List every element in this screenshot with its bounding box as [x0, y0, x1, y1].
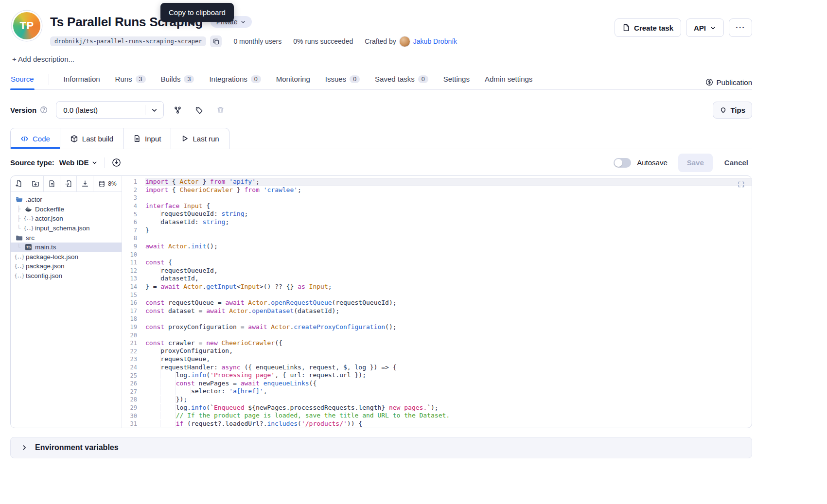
author-link[interactable]: Jakub Drobník	[413, 37, 457, 45]
tree-item-src[interactable]: src	[11, 233, 122, 243]
code-line[interactable]: 23 requestQueue,	[122, 355, 752, 364]
tab-settings[interactable]: Settings	[443, 70, 470, 89]
tree-connector: └	[17, 244, 24, 251]
code-line[interactable]: 5 requestQueueId: string;	[122, 210, 752, 218]
api-button[interactable]: API	[686, 18, 724, 37]
tab-builds[interactable]: Builds3	[160, 70, 195, 89]
source-type-select[interactable]: Web IDE	[59, 158, 98, 167]
code-line[interactable]: 16const requestQueue = await Actor.openR…	[122, 299, 752, 307]
code-line[interactable]: 24 requestHandler: async ({ enqueueLinks…	[122, 364, 752, 372]
import-file-button[interactable]	[60, 176, 77, 191]
environment-variables-panel[interactable]: Environment variables	[10, 437, 752, 458]
tree-item-label: main.ts	[35, 243, 56, 251]
code-line[interactable]: 2import { CheerioCrawler } from 'crawlee…	[122, 186, 752, 194]
code-line[interactable]: 31 if (request?.loadedUrl?.includes('/pr…	[122, 420, 752, 428]
tab-publication[interactable]: Publication	[705, 70, 752, 89]
code-line[interactable]: 11const {	[122, 259, 752, 267]
code-line[interactable]: 30 // If the product page is loaded, sav…	[122, 412, 752, 420]
code-line[interactable]: 19const proxyConfiguration = await Actor…	[122, 323, 752, 331]
code-line[interactable]: 9await Actor.init();	[122, 243, 752, 251]
code-line[interactable]: 15	[122, 291, 752, 299]
tree-item-dockerfile[interactable]: ├Dockerfile	[11, 205, 122, 214]
line-number: 28	[122, 396, 145, 403]
tree-item-label: actor.json	[35, 215, 63, 222]
docker-icon	[24, 206, 33, 213]
version-select[interactable]: 0.0 (latest)	[56, 101, 164, 119]
source-tab-last-run[interactable]: Last run	[171, 128, 229, 149]
tree-item-actor-json[interactable]: ├{..}actor.json	[11, 214, 122, 224]
actor-avatar-initials: TP	[19, 19, 34, 32]
breadcrumb[interactable]: drobnikj/ts-parallel-runs-scraping-scrap…	[50, 36, 206, 46]
code-line[interactable]: 25 log.info('Processing page', { url: re…	[122, 371, 752, 380]
file-tree: 8% .actor├Dockerfile├{..}actor.json└{..}…	[11, 176, 122, 428]
play-icon	[181, 135, 189, 142]
add-description-button[interactable]: + Add description...	[12, 55, 752, 63]
delete-version-button[interactable]	[212, 102, 228, 118]
tree-item-package-lock-json[interactable]: {..}package-lock.json	[11, 252, 122, 262]
tips-button[interactable]: Tips	[713, 102, 752, 119]
copy-button[interactable]	[210, 35, 222, 47]
tab-saved-tasks[interactable]: Saved tasks0	[374, 70, 429, 89]
code-line[interactable]: 20	[122, 331, 752, 339]
code-line[interactable]: 18	[122, 315, 752, 323]
code-line[interactable]: 6 datasetId: string;	[122, 218, 752, 226]
code-line[interactable]: 26 const newPages = await enqueueLinks({	[122, 380, 752, 388]
code-line[interactable]: 8	[122, 234, 752, 243]
code-line[interactable]: 27 selector: 'a[href]',	[122, 387, 752, 396]
editor-controls: Autosave Save Cancel	[614, 154, 752, 172]
code-text	[145, 194, 752, 202]
tab-monitoring[interactable]: Monitoring	[276, 70, 311, 89]
new-folder-button[interactable]	[27, 176, 44, 191]
cancel-button[interactable]: Cancel	[721, 158, 752, 167]
create-task-button[interactable]: Create task	[615, 18, 681, 37]
tab-runs[interactable]: Runs3	[115, 70, 146, 89]
fullscreen-button[interactable]	[738, 181, 745, 188]
code-line[interactable]: 7}	[122, 226, 752, 235]
tree-item-label: .actor	[26, 196, 42, 203]
tree-item-tsconfig-json[interactable]: {..}tsconfig.json	[11, 271, 122, 281]
runs-succeeded-stat: 0% runs succeeded	[293, 37, 353, 45]
download-files-button[interactable]	[77, 176, 93, 191]
code-line[interactable]: 21const crawler = new CheerioCrawler({	[122, 339, 752, 348]
code-line[interactable]: 29 log.info(`Enqueued ${newPages.process…	[122, 404, 752, 412]
more-actions-button[interactable]: ···	[729, 18, 752, 37]
tab-source[interactable]: Source	[10, 70, 35, 89]
tree-item-main-ts[interactable]: └TSmain.ts	[11, 243, 122, 252]
code-line[interactable]: 14} = await Actor.getInput<Input>() ?? {…	[122, 283, 752, 291]
code-line[interactable]: 22 proxyConfiguration,	[122, 347, 752, 355]
tag-version-button[interactable]	[191, 102, 207, 118]
code-line[interactable]: 28 });	[122, 396, 752, 404]
json-file-icon: {..}	[24, 226, 33, 231]
tree-item-input-schema-json[interactable]: └{..}input_schema.json	[11, 224, 122, 233]
branch-version-button[interactable]	[170, 102, 185, 118]
tree-item--actor[interactable]: .actor	[11, 195, 122, 205]
source-tab-last-build[interactable]: Last build	[60, 128, 123, 149]
code-line[interactable]: 4interface Input {	[122, 202, 752, 210]
tree-item-label: input_schema.json	[35, 225, 90, 232]
line-number: 13	[122, 275, 145, 282]
tab-integrations[interactable]: Integrations0	[209, 70, 261, 89]
source-tab-input[interactable]: Input	[123, 128, 171, 149]
autosave-toggle[interactable]	[614, 158, 631, 168]
source-tab-code[interactable]: Code	[11, 128, 60, 149]
code-line[interactable]: 13 datasetId,	[122, 275, 752, 283]
tab-information[interactable]: Information	[63, 70, 101, 89]
package-icon	[70, 135, 78, 143]
help-icon[interactable]	[40, 106, 48, 114]
code-line[interactable]: 17const dataset = await Actor.openDatase…	[122, 307, 752, 315]
actor-avatar: TP	[12, 11, 42, 41]
tab-issues[interactable]: Issues0	[325, 70, 360, 89]
download-source-button[interactable]	[112, 158, 121, 167]
tree-item-package-json[interactable]: {..}package.json	[11, 261, 122, 271]
code-line[interactable]: 10	[122, 250, 752, 259]
code-line[interactable]: 3	[122, 194, 752, 202]
tab-label: Integrations	[209, 75, 247, 83]
code-line[interactable]: 12 requestQueueId,	[122, 267, 752, 275]
upload-file-button[interactable]	[44, 176, 60, 191]
tab-admin-settings[interactable]: Admin settings	[484, 70, 533, 89]
code-text: } = await Actor.getInput<Input>() ?? {} …	[145, 283, 752, 291]
code-pane[interactable]: 1import { Actor } from 'apify';2import {…	[122, 176, 752, 428]
code-line[interactable]: 1import { Actor } from 'apify';	[122, 178, 752, 186]
new-file-button[interactable]	[11, 176, 27, 191]
save-button[interactable]: Save	[678, 154, 713, 172]
